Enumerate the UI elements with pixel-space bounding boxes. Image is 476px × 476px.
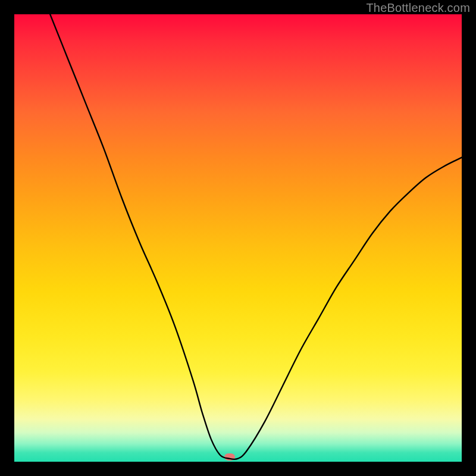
chart-frame: TheBottleneck.com [0, 0, 476, 476]
watermark-text: TheBottleneck.com [366, 1, 470, 15]
plot-area [14, 14, 462, 462]
bottleneck-curve [14, 14, 462, 462]
